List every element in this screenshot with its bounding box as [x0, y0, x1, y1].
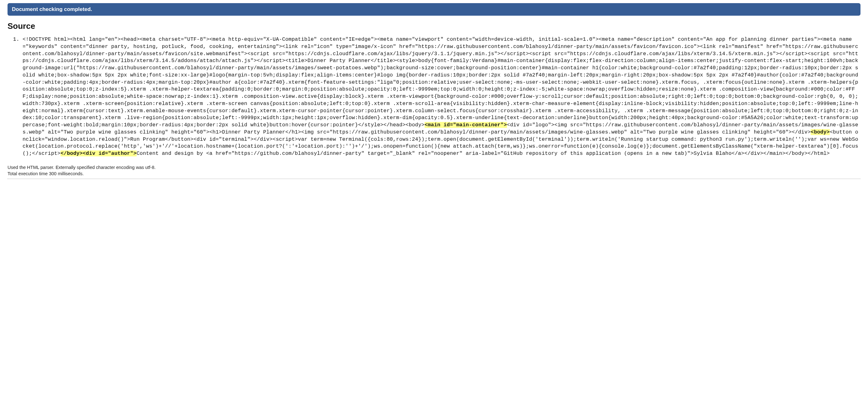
- source-highlight: <main id="main-container">: [425, 122, 507, 128]
- source-fragment: Content and design by <a href="https://g…: [136, 150, 830, 156]
- source-line-1: <!DOCTYPE html><html lang="en"><head><me…: [23, 36, 861, 157]
- source-fragment: <!DOCTYPE html><html lang="en"><head><me…: [23, 36, 858, 128]
- page-wrapper: Document checking completed. Source <!DO…: [0, 3, 868, 181]
- source-highlight: </body><div id="author">: [60, 150, 136, 156]
- parser-note: Used the HTML parser. Externally specifi…: [7, 165, 861, 170]
- status-banner: Document checking completed.: [7, 3, 861, 16]
- timing-note: Total execution time 300 milliseconds.: [7, 171, 861, 176]
- source-highlight: <body>: [811, 129, 830, 135]
- footer-divider: [7, 179, 861, 179]
- source-heading: Source: [7, 21, 861, 31]
- source-list: <!DOCTYPE html><html lang="en"><head><me…: [7, 36, 861, 157]
- status-banner-text: Document checking completed.: [12, 6, 92, 12]
